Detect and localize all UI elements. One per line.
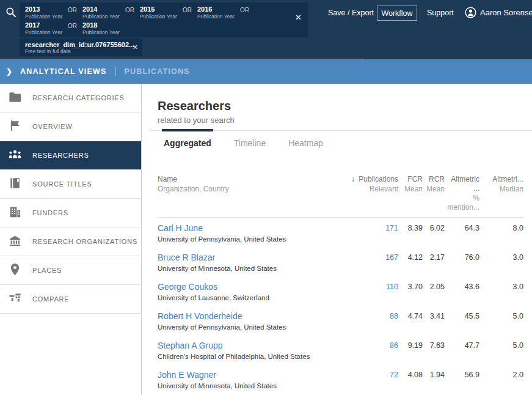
viewbar-divider [115, 67, 116, 76]
publications-count[interactable]: 88 [349, 311, 398, 331]
fcr-mean-value: 4.08 [398, 369, 423, 390]
year-filter-chip[interactable]: 2014Publication Year [82, 6, 120, 20]
column-header-publications[interactable]: ↓ PublicationsRelevant [349, 175, 398, 212]
tab-aggregated[interactable]: Aggregated [164, 131, 211, 153]
rcr-mean-value: 2.17 [423, 252, 445, 273]
flag-icon [8, 119, 22, 135]
tab-bar: AggregatedTimelineHeatmap [150, 130, 532, 153]
altmetric-median-value: 5.0 [479, 311, 523, 331]
publications-count[interactable]: 171 [349, 223, 398, 243]
filter-operator: OR [68, 6, 77, 14]
tab-timeline[interactable]: Timeline [234, 131, 266, 153]
view-bar: ❯ ANALYTICAL VIEWS PUBLICATIONS [0, 59, 532, 84]
table-header: NameOrganization, Country↓ PublicationsR… [158, 175, 523, 218]
tab-heatmap[interactable]: Heatmap [288, 131, 323, 153]
publications-link[interactable]: PUBLICATIONS [125, 67, 190, 76]
year-filter-chip[interactable]: 2017Publication Year [25, 21, 62, 35]
query-filter-chip[interactable]: researcher_dim_id:ur.076755602... Free t… [20, 39, 142, 56]
sidebar-item-places[interactable]: PLACES [0, 256, 141, 285]
researcher-name-link[interactable]: Stephan A Grupp [158, 341, 223, 350]
rcr-mean-value: 1.94 [423, 369, 445, 390]
researcher-name-link[interactable]: Robert H Vonderheide [158, 311, 242, 321]
column-header-name[interactable]: NameOrganization, Country [158, 175, 349, 212]
researcher-name-link[interactable]: John E Wagner [158, 370, 216, 380]
rcr-mean-value: 3.41 [423, 311, 445, 331]
workflow-button[interactable]: Workflow [377, 6, 417, 21]
user-menu[interactable]: Aaron Sorensen [465, 7, 532, 18]
publications-count[interactable]: 86 [349, 340, 398, 361]
publications-count[interactable]: 167 [349, 252, 398, 273]
year-filter-label: 2016 [197, 6, 235, 13]
year-filter-label: 2013 [25, 6, 62, 13]
sidebar-item-research-categories[interactable]: RESEARCH CATEGORIES [0, 84, 141, 113]
sidebar-item-label: OVERVIEW [32, 123, 73, 130]
altmetric-median-value: 3.0 [479, 252, 523, 273]
sidebar-item-compare[interactable]: COMPARE [0, 285, 141, 314]
filter-operator: OR [68, 21, 77, 30]
year-filter-label: 2017 [25, 21, 62, 29]
book-icon [8, 176, 22, 193]
topbar-underline [0, 59, 363, 59]
support-link[interactable]: Support [427, 9, 454, 17]
user-name: Aaron Sorensen [480, 8, 532, 17]
researchers-table: NameOrganization, Country↓ PublicationsR… [158, 175, 523, 395]
publication-year-filter-group: 2013Publication YearOR2014Publication Ye… [20, 2, 308, 37]
sidebar-item-funders[interactable]: FUNDERS [0, 199, 141, 227]
publications-count[interactable]: 72 [349, 369, 398, 390]
year-filter-chip[interactable]: 2016Publication Year [197, 6, 235, 20]
column-header-line2: Organization, Country [158, 185, 349, 194]
chevron-right-icon[interactable]: ❯ [6, 67, 12, 76]
researcher-name-link[interactable]: Carl H June [158, 223, 203, 233]
year-filter-unit: 2013Publication YearOR [25, 6, 82, 20]
column-header-rcr[interactable]: RCRMean [423, 175, 445, 212]
year-filter-sublabel: Publication Year [140, 13, 177, 20]
main-content: Researchers related to your search Aggre… [142, 84, 532, 395]
researcher-cell: Bruce R BlazarUniversity of Minnesota, U… [158, 252, 349, 273]
column-header-altmetric[interactable]: Altmetric ...% mention... [445, 175, 479, 212]
publications-count[interactable]: 110 [349, 281, 398, 302]
altmetric-pct-value: 47.7 [445, 340, 479, 361]
search-icon[interactable] [5, 6, 17, 18]
sidebar-item-source-titles[interactable]: SOURCE TITLES [0, 170, 141, 199]
close-icon[interactable]: ✕ [133, 43, 138, 51]
column-header-line2: Mean [398, 185, 423, 194]
close-icon[interactable]: ✕ [295, 13, 302, 22]
researcher-cell: John E WagnerUniversity of Minnesota, Un… [158, 369, 349, 390]
sidebar-nav: RESEARCH CATEGORIESOVERVIEWRESEARCHERSSO… [0, 84, 142, 395]
column-header-fcr[interactable]: FCRMean [398, 175, 423, 212]
column-header-line2: % mention... [445, 194, 479, 212]
researcher-organization: University of Lausanne, Switzerland [158, 294, 349, 302]
sidebar-item-research-organizations[interactable]: RESEARCH ORGANIZATIONS [0, 227, 141, 256]
altmetric-pct-value: 45.5 [445, 311, 479, 331]
researcher-organization: University of Minnesota, United States [158, 382, 349, 390]
altmetric-pct-value: 43.6 [445, 281, 479, 302]
table-row: Robert H VonderheideUniversity of Pennsy… [158, 306, 523, 335]
sidebar-item-researchers[interactable]: RESEARCHERS [0, 141, 141, 170]
year-filter-chip[interactable]: 2013Publication Year [25, 6, 62, 20]
table-row: George CoukosUniversity of Lausanne, Swi… [158, 276, 523, 306]
altmetric-median-value: 3.0 [479, 281, 523, 302]
year-filter-unit: 2018Publication Year [82, 21, 125, 35]
researcher-name-link[interactable]: Bruce R Blazar [158, 253, 215, 262]
sidebar-item-label: RESEARCH ORGANIZATIONS [32, 238, 137, 245]
year-filter-chip[interactable]: 2018Publication Year [82, 21, 120, 35]
table-body: Carl H JuneUniversity of Pennsylvania, U… [158, 218, 523, 395]
query-filter-label: researcher_dim_id:ur.076755602... [25, 41, 126, 48]
sort-desc-icon[interactable]: ↓ [351, 175, 357, 183]
sidebar-item-overview[interactable]: OVERVIEW [0, 113, 141, 141]
year-filter-unit: 2017Publication YearOR [25, 21, 82, 35]
rcr-mean-value: 7.63 [423, 340, 445, 361]
user-icon [465, 7, 476, 18]
page-body: RESEARCH CATEGORIESOVERVIEWRESEARCHERSSO… [0, 84, 532, 395]
fcr-mean-value: 4.74 [398, 311, 423, 331]
year-filter-sublabel: Publication Year [25, 13, 62, 20]
researcher-cell: Carl H JuneUniversity of Pennsylvania, U… [158, 223, 349, 243]
year-filter-chip[interactable]: 2015Publication Year [140, 6, 177, 20]
year-filter-sublabel: Publication Year [82, 13, 120, 20]
researcher-name-link[interactable]: George Coukos [158, 282, 217, 292]
sidebar-item-label: FUNDERS [32, 209, 68, 216]
save-export-link[interactable]: Save / Export [328, 9, 374, 17]
top-bar: 2013Publication YearOR2014Publication Ye… [0, 0, 532, 59]
column-header-altmetri[interactable]: Altmetri...Median [479, 175, 523, 212]
researcher-cell: Robert H VonderheideUniversity of Pennsy… [158, 311, 349, 331]
